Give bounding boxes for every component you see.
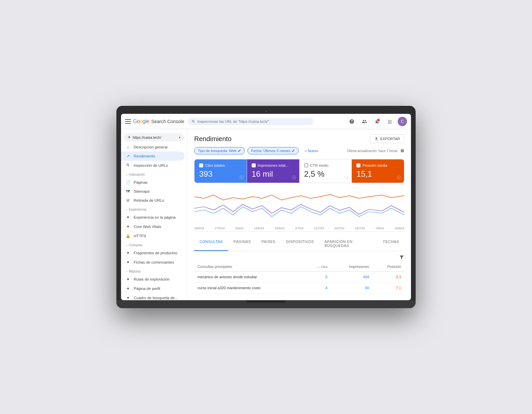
table-filter-row [194, 253, 404, 262]
topbar-logo: Google Search Console [125, 118, 184, 124]
tab-aparicion[interactable]: APARICIÓN EN BÚSQUEDAS [319, 237, 378, 251]
dropdown-arrow-icon: ▾ [179, 136, 181, 139]
tab-dispositivos[interactable]: DISPOSITIVOS [281, 237, 319, 251]
sidebar-item-overview-label: Descripción general [134, 145, 168, 149]
section-compras[interactable]: Compras [121, 241, 187, 248]
page-title: Rendimiento [194, 135, 231, 143]
section-mejoras[interactable]: Mejoras [121, 267, 187, 275]
chart-container: 18/5/24 27/5/24 5/6/24 14/6/24 23/6/24 2… [194, 188, 404, 232]
metric-impressions[interactable]: Impresiones total... 16 mil ⓘ [247, 159, 299, 183]
filter-bar: Tipo de búsqueda: Web Fecha: Últimos 3 m… [194, 147, 404, 154]
laptop-frame: Google Search Console [116, 106, 416, 308]
export-button[interactable]: EXPORTAR [370, 134, 405, 143]
sidebar: ✈ https://caisa.tech/ ▾ ⌂ Descripción ge… [121, 129, 188, 300]
app-name: Search Console [151, 119, 185, 124]
sidebar-item-pages[interactable]: 📄 Páginas [121, 178, 185, 187]
topbar: Google Search Console [121, 114, 411, 129]
clicks-label: Clics totales [205, 163, 225, 167]
impressions-value: 16 mil [252, 169, 295, 179]
impressions-checkbox[interactable] [252, 163, 256, 167]
search-icon [192, 119, 195, 123]
merchant-icon: ✦ [126, 260, 130, 265]
topbar-actions: C [347, 117, 407, 126]
hamburger-menu-icon[interactable] [125, 119, 131, 124]
sidebar-item-page-experience[interactable]: ✦ Experiencia en la página [121, 213, 185, 222]
metrics-row: Clics totales 393 ⓘ Impresiones total...… [194, 159, 404, 183]
laptop-base [116, 300, 416, 308]
search-bar[interactable] [188, 118, 314, 125]
content-area: Rendimiento EXPORTAR Tipo de búsqueda: W… [188, 129, 411, 300]
table-header-row: Consultas principales ↓ ↓ Clics Impresio… [194, 262, 404, 272]
accounts-icon[interactable] [360, 117, 369, 126]
ctr-value: 2,5 % [304, 169, 347, 179]
ctr-info-icon: ⓘ [344, 175, 348, 180]
clicks-checkbox[interactable] [199, 163, 203, 167]
position-value: 15,1 [356, 169, 399, 179]
data-tabs: CONSULTAS PÁGINAS PAÍSES DISPOSITIVOS AP… [194, 237, 404, 251]
product-icon: ✦ [126, 251, 130, 255]
sidebar-item-searchbox[interactable]: ✦ Cuadro de búsqueda de... [121, 293, 185, 300]
export-icon [374, 137, 378, 141]
info-icon [400, 149, 404, 153]
section-indexacion[interactable]: Indexación [121, 170, 187, 178]
site-url: https://caisa.tech/ [133, 135, 161, 139]
sidebar-item-crawl[interactable]: ✦ Rutas de exploración [121, 275, 185, 284]
sidebar-item-performance[interactable]: ↗ Rendimiento [121, 151, 185, 161]
sidebar-item-sitemaps[interactable]: 🗺 Sitemaps [121, 187, 185, 196]
content-header: Rendimiento EXPORTAR [194, 134, 404, 143]
metric-position[interactable]: Posición media 15,1 ⓘ [352, 159, 404, 183]
ctr-label: CTR medio [310, 163, 329, 167]
help-icon[interactable] [347, 117, 356, 126]
impressions-info-icon: ⓘ [292, 175, 296, 180]
clicks-val: 5 [303, 272, 331, 283]
searchbox-icon: ✦ [126, 296, 130, 300]
metric-total-clicks[interactable]: Clics totales 393 ⓘ [195, 159, 247, 183]
table-filter-icon[interactable] [399, 255, 404, 260]
sidebar-item-removals[interactable]: ⊘ Retirada de URLs [121, 196, 185, 205]
profile-icon: ✦ [126, 286, 130, 291]
avatar[interactable]: C [398, 117, 407, 126]
notifications-icon[interactable] [372, 117, 382, 126]
col-query: Consultas principales [194, 262, 303, 272]
position-val: 9,3 [372, 272, 404, 283]
table-row[interactable]: curso inicial a320 mantenimiento costo 4… [194, 283, 404, 294]
sidebar-item-performance-label: Rendimiento [134, 154, 155, 158]
sidebar-item-product-snippets[interactable]: ✦ Fragmentos de productos [121, 248, 185, 258]
sidebar-item-url-inspection[interactable]: Inspección de URLs [121, 161, 185, 170]
ctr-checkbox[interactable] [304, 163, 308, 167]
position-info-icon: ⓘ [397, 175, 401, 180]
grid-icon[interactable] [385, 117, 394, 126]
url-inspect-icon [126, 163, 130, 168]
tab-paises[interactable]: PAÍSES [256, 237, 281, 251]
tab-paginas[interactable]: PÁGINAS [228, 237, 256, 251]
position-checkbox[interactable] [356, 163, 360, 167]
queries-table: Consultas principales ↓ ↓ Clics Impresio… [194, 262, 404, 294]
sidebar-item-merchant[interactable]: ✦ Fichas de comerciantes [121, 258, 185, 267]
laptop-screen: Google Search Console [121, 114, 411, 300]
col-clicks: ↓ ↓ Clics [303, 262, 331, 272]
site-selector[interactable]: ✈ https://caisa.tech/ ▾ [124, 133, 185, 141]
main-layout: ✈ https://caisa.tech/ ▾ ⌂ Descripción ge… [121, 129, 411, 300]
chart-x-labels: 18/5/24 27/5/24 5/6/24 14/6/24 23/6/24 2… [194, 227, 404, 230]
camera-dot [265, 110, 267, 112]
new-filter-button[interactable]: + Nuevo [301, 147, 322, 154]
sidebar-item-overview[interactable]: ⌂ Descripción general [121, 143, 185, 151]
table-row[interactable]: mecánico de aviones donde estudiar 5 434… [194, 272, 404, 283]
clicks-value: 393 [199, 169, 242, 179]
section-experiencia[interactable]: Experiencia [121, 205, 187, 213]
sidebar-item-https[interactable]: 🔒 HTTPS [121, 231, 185, 241]
metric-ctr[interactable]: CTR medio 2,5 % ⓘ [300, 159, 352, 183]
search-input[interactable] [198, 119, 310, 123]
clicks-val: 4 [303, 283, 331, 294]
impressions-val: 434 [331, 272, 372, 283]
tab-consultas[interactable]: CONSULTAS [194, 237, 228, 251]
sidebar-item-cwv[interactable]: ✦ Core Web Vitals [121, 222, 185, 231]
sidebar-item-profile[interactable]: ✦ Página de perfil [121, 284, 185, 293]
performance-icon: ↗ [126, 154, 130, 158]
query-text: mecánico de aviones donde estudiar [194, 272, 303, 283]
date-range-filter[interactable]: Fecha: Últimos 3 meses [247, 147, 299, 154]
sidebar-item-url-label: Inspección de URLs [134, 163, 168, 167]
tab-fechas[interactable]: FECHAS [378, 237, 404, 251]
position-val: 7,1 [372, 283, 404, 294]
search-type-filter[interactable]: Tipo de búsqueda: Web [194, 147, 245, 154]
